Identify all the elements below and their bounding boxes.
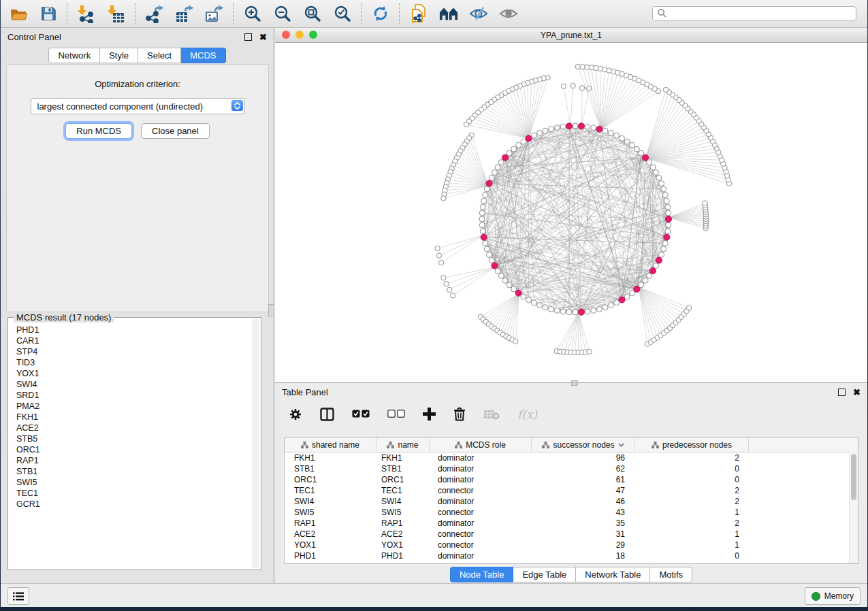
cell-mcds_role: dominator: [430, 464, 532, 474]
select-all-icon[interactable]: [352, 410, 370, 418]
cell-shared_name: SWI5: [285, 508, 376, 517]
table-row[interactable]: STB1STB1dominator620: [285, 463, 858, 474]
mcds-result-item[interactable]: SWI5: [16, 477, 253, 488]
tab-style[interactable]: Style: [100, 48, 138, 63]
cell-successor_nodes: 46: [532, 497, 635, 506]
close-panel-icon[interactable]: ✖: [259, 33, 267, 42]
table-row[interactable]: PHD1PHD1dominator180: [285, 550, 858, 561]
tab-network-table[interactable]: Network Table: [576, 567, 650, 582]
table-row[interactable]: ACE2ACE2connector311: [285, 529, 858, 540]
cell-name: TEC1: [376, 486, 430, 495]
table-panel-title: Table Panel: [282, 387, 328, 397]
tab-network[interactable]: Network: [48, 48, 100, 63]
cell-name: PHD1: [376, 551, 430, 561]
tab-mcds[interactable]: MCDS: [181, 48, 225, 63]
deselect-all-icon[interactable]: [387, 410, 405, 418]
mcds-result-item[interactable]: SWI4: [16, 379, 253, 390]
maximize-window-icon[interactable]: [309, 31, 317, 39]
table-settings-gear-icon[interactable]: [289, 408, 302, 421]
delete-trash-icon[interactable]: [453, 407, 466, 421]
export-image-icon[interactable]: [205, 4, 224, 23]
column-header-MCDS-role[interactable]: MCDS role: [430, 437, 532, 452]
float-panel-icon[interactable]: [244, 33, 252, 41]
mcds-result-item[interactable]: STB1: [16, 466, 253, 477]
export-table-icon[interactable]: [175, 4, 194, 23]
column-header-shared-name[interactable]: shared name: [285, 437, 376, 452]
memory-label: Memory: [824, 591, 854, 601]
zoom-out-icon[interactable]: [273, 4, 292, 23]
cell-predecessor_nodes: 1: [635, 540, 749, 550]
cell-mcds_role: dominator: [430, 518, 532, 528]
import-network-icon[interactable]: [77, 4, 96, 23]
mcds-result-item[interactable]: SRD1: [16, 390, 253, 401]
network-overview-icon[interactable]: [439, 4, 458, 23]
float-panel-icon[interactable]: [838, 389, 846, 396]
table-row[interactable]: FKH1FKH1dominator962: [285, 452, 858, 463]
task-history-list-icon[interactable]: [7, 587, 29, 605]
minimize-window-icon[interactable]: [295, 31, 304, 39]
import-table-icon[interactable]: [107, 4, 126, 23]
refresh-icon[interactable]: [371, 4, 390, 23]
save-icon[interactable]: [39, 4, 58, 23]
column-header-successor-nodes[interactable]: successor nodes: [532, 437, 635, 452]
show-eye-icon[interactable]: [499, 4, 518, 23]
table-row[interactable]: SWI5SWI5connector431: [285, 507, 858, 518]
zoom-fit-icon[interactable]: [303, 4, 322, 23]
control-panel-titlebar: Control Panel ✖: [1, 28, 274, 46]
show-columns-icon[interactable]: [320, 408, 334, 421]
column-header-name[interactable]: name: [376, 437, 430, 452]
optimization-select[interactable]: largest connected component (undirected): [31, 98, 245, 114]
network-canvas[interactable]: [275, 43, 867, 382]
cell-mcds_role: dominator: [430, 475, 532, 484]
cell-name: SWI5: [376, 508, 430, 517]
tab-node-table[interactable]: Node Table: [450, 567, 514, 582]
cell-predecessor_nodes: 2: [635, 497, 749, 506]
tab-edge-table[interactable]: Edge Table: [513, 567, 576, 582]
table-row[interactable]: TEC1TEC1connector472: [285, 485, 858, 496]
table-row[interactable]: SWI4SWI4dominator462: [285, 496, 858, 507]
mcds-result-item[interactable]: STP4: [16, 346, 253, 357]
column-header-predecessor-nodes[interactable]: predecessor nodes: [635, 437, 749, 452]
table-row[interactable]: ORC1ORC1dominator610: [285, 474, 858, 485]
cell-shared_name: ACE2: [285, 529, 376, 539]
zoom-selected-icon[interactable]: [333, 4, 352, 23]
hide-panel-eye-slash-icon[interactable]: [469, 4, 488, 23]
mcds-result-item[interactable]: PMA2: [16, 401, 253, 412]
mcds-result-item[interactable]: ACE2: [16, 423, 253, 433]
close-window-icon[interactable]: [282, 31, 290, 39]
new-network-file-icon[interactable]: [409, 4, 428, 23]
table-row[interactable]: RAP1RAP1dominator352: [285, 518, 858, 529]
mcds-result-item[interactable]: TEC1: [16, 488, 253, 499]
splitter-handle[interactable]: [268, 304, 274, 316]
mcds-result-item[interactable]: YOX1: [16, 368, 253, 379]
cell-successor_nodes: 43: [532, 508, 635, 517]
mcds-result-item[interactable]: FKH1: [16, 412, 253, 423]
tab-select[interactable]: Select: [138, 48, 181, 63]
search-input[interactable]: [652, 6, 856, 21]
memory-status-dot: [811, 592, 820, 601]
table-panel-tabs: Node TableEdge TableNetwork TableMotifs: [275, 567, 867, 582]
run-mcds-button[interactable]: Run MCDS: [65, 123, 132, 139]
cell-name: YOX1: [376, 540, 430, 550]
memory-button[interactable]: Memory: [805, 587, 861, 605]
mcds-result-item[interactable]: RAP1: [16, 455, 253, 466]
mcds-result-item[interactable]: ORC1: [16, 444, 253, 455]
table-scrollbar[interactable]: [849, 452, 858, 563]
network-graph[interactable]: [275, 43, 867, 382]
close-panel-icon[interactable]: ✖: [853, 388, 861, 397]
mcds-list-scrollbar[interactable]: [253, 319, 259, 568]
open-file-icon[interactable]: [9, 4, 28, 23]
export-network-icon[interactable]: [145, 4, 164, 23]
table-row[interactable]: YOX1YOX1connector291: [285, 540, 858, 550]
mcds-result-item[interactable]: PHD1: [16, 325, 253, 335]
mcds-result-item[interactable]: STB5: [16, 433, 253, 444]
table-panel-resize-handle[interactable]: [571, 380, 578, 386]
add-column-plus-icon[interactable]: [423, 408, 436, 420]
close-panel-button[interactable]: Close panel: [141, 123, 210, 139]
mcds-result-item[interactable]: TID3: [16, 357, 253, 368]
mcds-result-item[interactable]: CAR1: [16, 335, 253, 346]
mcds-result-item[interactable]: GCR1: [16, 499, 253, 510]
tab-motifs[interactable]: Motifs: [650, 567, 692, 582]
table-scrollbar-thumb[interactable]: [851, 454, 856, 500]
zoom-in-icon[interactable]: [243, 4, 262, 23]
